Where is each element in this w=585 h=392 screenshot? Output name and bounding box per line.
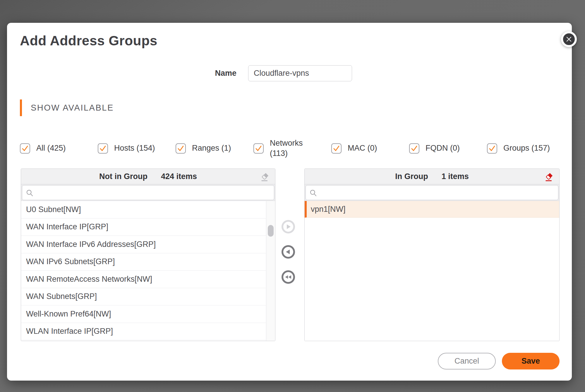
filter-checkbox[interactable] bbox=[487, 143, 497, 154]
move-left-button[interactable] bbox=[282, 245, 295, 259]
filter-label: Groups (157) bbox=[503, 143, 550, 153]
checkmark-icon bbox=[488, 144, 496, 153]
filter-item: FQDN (0) bbox=[409, 143, 487, 153]
type-filter-row: All (425) Hosts (154) Ranges (1) bbox=[20, 135, 570, 161]
not-in-group-count: 424 items bbox=[161, 172, 197, 181]
selected-group-item[interactable]: vpn1[NW] bbox=[305, 201, 559, 218]
right-search-box bbox=[306, 185, 558, 200]
close-icon bbox=[565, 35, 573, 43]
move-right-button[interactable] bbox=[282, 220, 295, 233]
name-input[interactable] bbox=[248, 65, 352, 81]
list-item[interactable]: WAN Subnets[GRP] bbox=[21, 288, 266, 306]
clear-group-button[interactable] bbox=[543, 171, 555, 182]
arrow-left-icon bbox=[284, 247, 293, 256]
filter-checkbox[interactable] bbox=[176, 143, 186, 154]
section-accent-bar bbox=[20, 99, 22, 116]
filter-checkbox[interactable] bbox=[331, 143, 342, 154]
list-item[interactable]: WAN Interface IPv6 Addresses[GRP] bbox=[21, 236, 266, 253]
filter-label: MAC (0) bbox=[348, 143, 377, 153]
filter-item: MAC (0) bbox=[331, 143, 409, 153]
show-available-section: SHOW AVAILABLE bbox=[20, 99, 114, 116]
filter-label: Hosts (154) bbox=[114, 143, 155, 153]
search-icon bbox=[309, 189, 317, 197]
in-group-panel: In Group 1 items bbox=[304, 169, 560, 341]
clear-left-selection-button[interactable] bbox=[259, 171, 271, 182]
left-search-box bbox=[22, 185, 274, 200]
not-in-group-panel: Not in Group 424 items bbox=[21, 169, 275, 341]
list-item-label: WAN Interface IP[GRP] bbox=[26, 222, 108, 231]
list-item[interactable]: WLAN Interface IP[GRP] bbox=[21, 323, 266, 341]
in-group-list: vpn1[NW] bbox=[305, 201, 559, 341]
list-item-label: U0 Subnet[NW] bbox=[26, 205, 81, 214]
dialog-title: Add Address Groups bbox=[20, 33, 157, 49]
not-in-group-title: Not in Group bbox=[99, 172, 147, 181]
list-item[interactable]: WAN Interface IP[GRP] bbox=[21, 219, 266, 236]
list-item-label: WAN Subnets[GRP] bbox=[26, 292, 97, 301]
list-item[interactable]: U0 Subnet[NW] bbox=[21, 201, 266, 219]
checkmark-icon bbox=[254, 144, 263, 153]
name-field-label: Name bbox=[171, 65, 236, 81]
list-item[interactable]: WAN IPv6 Subnets[GRP] bbox=[21, 253, 266, 271]
list-item-label: WAN RemoteAccess Networks[NW] bbox=[26, 275, 152, 284]
filter-item: Networks (113) bbox=[253, 138, 331, 159]
not-in-group-list: U0 Subnet[NW] WAN Interface IP[GRP] WAN … bbox=[21, 201, 275, 341]
filter-item: All (425) bbox=[20, 143, 98, 153]
left-search-input[interactable] bbox=[36, 185, 272, 200]
save-button[interactable]: Save bbox=[502, 353, 560, 369]
right-search-strip bbox=[305, 184, 559, 201]
scrollbar-thumb[interactable] bbox=[268, 225, 274, 237]
filter-label: All (425) bbox=[36, 143, 66, 153]
list-item-label: WAN Interface IPv6 Addresses[GRP] bbox=[26, 240, 156, 249]
checkmark-icon bbox=[410, 144, 418, 153]
in-group-title: In Group bbox=[395, 172, 428, 181]
cancel-button[interactable]: Cancel bbox=[438, 353, 496, 369]
checkmark-icon bbox=[176, 144, 185, 153]
filter-checkbox[interactable] bbox=[409, 143, 419, 154]
close-button[interactable] bbox=[561, 31, 577, 47]
filter-label: Ranges (1) bbox=[192, 143, 231, 153]
checkmark-icon bbox=[332, 144, 341, 153]
left-search-strip bbox=[21, 184, 275, 201]
list-item-label: WAN IPv6 Subnets[GRP] bbox=[26, 257, 115, 266]
eraser-icon-red bbox=[544, 172, 555, 182]
section-label: SHOW AVAILABLE bbox=[31, 103, 114, 113]
list-item[interactable]: Well-Known Pref64[NW] bbox=[21, 305, 266, 323]
filter-item: Hosts (154) bbox=[98, 143, 176, 153]
checkmark-icon bbox=[21, 144, 29, 153]
in-group-header: In Group 1 items bbox=[305, 169, 559, 184]
in-group-rows: vpn1[NW] bbox=[305, 201, 559, 218]
checkmark-icon bbox=[99, 144, 107, 153]
list-item-label: Well-Known Pref64[NW] bbox=[26, 310, 111, 319]
list-item[interactable]: WAN RemoteAccess Networks[NW] bbox=[21, 271, 266, 288]
list-item-label: WLAN Interface IP[GRP] bbox=[26, 327, 113, 336]
move-all-left-button[interactable] bbox=[282, 270, 295, 284]
add-address-groups-dialog: Add Address Groups Name SHOW AVAILABLE A… bbox=[7, 23, 572, 381]
filter-item: Ranges (1) bbox=[176, 143, 253, 153]
in-group-count: 1 items bbox=[442, 172, 469, 181]
filter-checkbox[interactable] bbox=[98, 143, 108, 154]
list-item-label: vpn1[NW] bbox=[311, 205, 346, 214]
eraser-icon bbox=[260, 172, 270, 182]
left-list-scrollbar bbox=[266, 201, 275, 341]
not-in-group-header: Not in Group 424 items bbox=[21, 169, 275, 184]
arrow-right-icon bbox=[284, 222, 293, 231]
search-icon bbox=[26, 189, 34, 197]
filter-checkbox[interactable] bbox=[20, 143, 30, 154]
double-arrow-left-icon bbox=[284, 273, 293, 281]
filter-label: Networks (113) bbox=[270, 138, 322, 159]
filter-item: Groups (157) bbox=[487, 143, 550, 153]
not-in-group-rows: U0 Subnet[NW] WAN Interface IP[GRP] WAN … bbox=[21, 201, 275, 340]
filter-label: FQDN (0) bbox=[426, 143, 460, 153]
right-search-input[interactable] bbox=[320, 185, 556, 200]
filter-checkbox[interactable] bbox=[253, 143, 264, 154]
